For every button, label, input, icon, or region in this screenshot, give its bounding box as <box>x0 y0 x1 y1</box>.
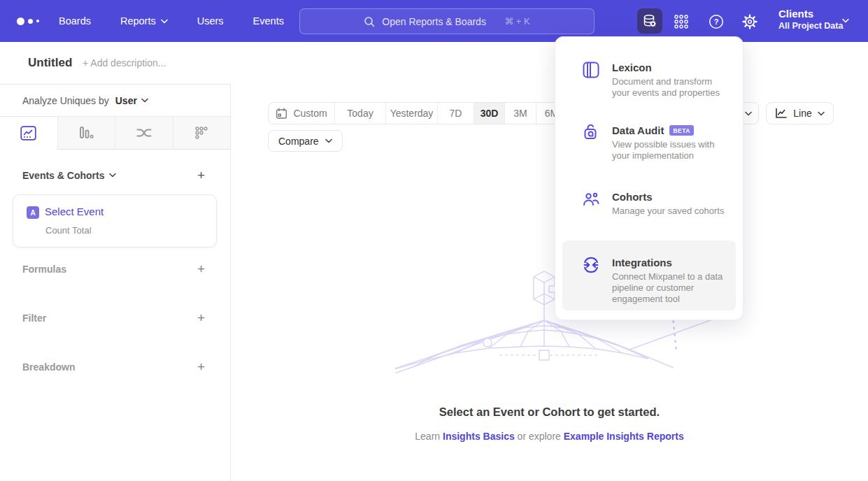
project-name: Clients <box>778 7 843 20</box>
data-management-menu: Lexicon Document and transform your even… <box>555 36 744 320</box>
project-switcher[interactable]: Clients All Project Data <box>778 7 843 32</box>
filter-section: Filter + <box>22 311 205 324</box>
empty-state-subline: Learn Insights Basics or explore Example… <box>231 431 868 442</box>
compare-dropdown[interactable]: Compare <box>268 130 343 152</box>
integrations-icon <box>581 255 601 275</box>
flows-tab-icon <box>136 127 152 139</box>
range-custom[interactable]: Custom <box>269 103 334 124</box>
nav-boards[interactable]: Boards <box>59 15 91 27</box>
lexicon-icon <box>581 60 601 80</box>
tab-bar-chart[interactable] <box>57 117 115 150</box>
help-icon: ? <box>708 13 725 30</box>
calendar-icon <box>276 108 287 120</box>
chart-type-dropdown[interactable]: Line <box>766 102 834 124</box>
analyze-label: Analyze Uniques by <box>22 95 109 106</box>
primary-nav: Boards Reports Users Events <box>59 0 284 42</box>
events-cohorts-label[interactable]: Events & Cohorts <box>22 170 116 181</box>
settings-button[interactable] <box>741 13 759 31</box>
chevron-down-icon <box>109 173 116 178</box>
filter-label: Filter <box>22 313 46 324</box>
mixpanel-insights-app: Boards Reports Users Events ⌘ + K <box>0 0 868 481</box>
chevron-down-icon <box>161 19 168 24</box>
chevron-down-icon <box>842 18 849 23</box>
event-aggregation[interactable]: Count Total <box>45 225 92 236</box>
nav-events[interactable]: Events <box>253 15 284 27</box>
range-today[interactable]: Today <box>334 103 385 124</box>
tab-flows[interactable] <box>115 117 173 150</box>
beta-badge: BETA <box>669 125 694 136</box>
global-search[interactable]: ⌘ + K <box>299 8 595 34</box>
event-card[interactable]: A Select Event Count Total <box>13 194 217 247</box>
add-filter-button[interactable]: + <box>197 311 205 324</box>
chevron-down-icon <box>325 138 332 143</box>
line-chart-icon <box>775 108 788 119</box>
add-breakdown-button[interactable]: + <box>197 360 205 373</box>
search-shortcut: ⌘ + K <box>504 16 530 27</box>
chevron-down-icon <box>745 111 752 116</box>
search-input[interactable] <box>382 16 497 27</box>
date-range-control: Custom Today Yesterday 7D 30D 3M 6M <box>268 102 567 124</box>
nav-reports[interactable]: Reports <box>120 15 168 27</box>
nav-users[interactable]: Users <box>197 15 224 27</box>
events-cohorts-section: Events & Cohorts + <box>22 168 205 182</box>
select-event-button[interactable]: Select Event <box>45 206 104 217</box>
range-30d[interactable]: 30D <box>474 103 504 124</box>
svg-text:?: ? <box>714 17 719 26</box>
search-icon <box>364 16 375 27</box>
range-yesterday[interactable]: Yesterday <box>385 103 437 124</box>
bar-chart-tab-icon <box>78 126 94 141</box>
project-scope: All Project Data <box>778 20 843 32</box>
event-series-badge: A <box>27 206 39 219</box>
cohorts-icon <box>581 189 601 209</box>
example-insights-reports-link[interactable]: Example Insights Reports <box>564 431 684 442</box>
range-7d[interactable]: 7D <box>437 103 474 124</box>
breakdown-label: Breakdown <box>22 361 75 373</box>
query-builder-sidebar: Analyze Uniques by User <box>0 84 231 481</box>
add-formula-button[interactable]: + <box>197 262 205 275</box>
tab-insights-line[interactable] <box>0 117 57 150</box>
chart-type-tabs <box>0 116 230 150</box>
database-gear-icon <box>642 13 657 29</box>
tab-retention[interactable] <box>173 117 231 150</box>
menu-item-integrations[interactable]: Integrations Connect Mixpanel to a data … <box>562 240 736 310</box>
mixpanel-logo-icon[interactable] <box>17 15 46 27</box>
empty-state: Select an Event or Cohort to get started… <box>231 405 868 442</box>
analyze-row: Analyze Uniques by User <box>22 85 148 116</box>
add-event-button[interactable]: + <box>197 168 205 182</box>
chevron-down-icon <box>818 111 825 116</box>
report-title[interactable]: Untitled <box>28 56 72 70</box>
chevron-down-icon <box>141 98 148 103</box>
retention-dots-tab-icon <box>194 126 208 140</box>
menu-item-data-audit[interactable]: Data Audit BETA View possible issues wit… <box>555 123 743 161</box>
analyze-by-dropdown[interactable]: User <box>115 95 148 106</box>
add-description-field[interactable]: + Add description... <box>83 57 166 69</box>
menu-item-cohorts[interactable]: Cohorts Manage your saved cohorts <box>555 189 743 217</box>
formulas-section: Formulas + <box>22 262 205 275</box>
apps-grid-button[interactable] <box>672 13 690 31</box>
data-management-button[interactable] <box>637 8 662 34</box>
line-chart-tab-icon <box>20 126 36 141</box>
help-button[interactable]: ? <box>707 13 725 31</box>
menu-item-lexicon[interactable]: Lexicon Document and transform your even… <box>555 60 743 99</box>
formulas-label: Formulas <box>22 264 66 275</box>
gear-icon <box>741 13 758 30</box>
breakdown-section: Breakdown + <box>22 360 205 373</box>
top-nav: Boards Reports Users Events ⌘ + K <box>0 0 868 42</box>
data-audit-icon <box>581 123 601 143</box>
range-3m[interactable]: 3M <box>504 103 536 124</box>
empty-state-headline: Select an Event or Cohort to get started… <box>231 405 868 419</box>
insights-basics-link[interactable]: Insights Basics <box>443 431 515 442</box>
grid-icon <box>674 14 689 29</box>
